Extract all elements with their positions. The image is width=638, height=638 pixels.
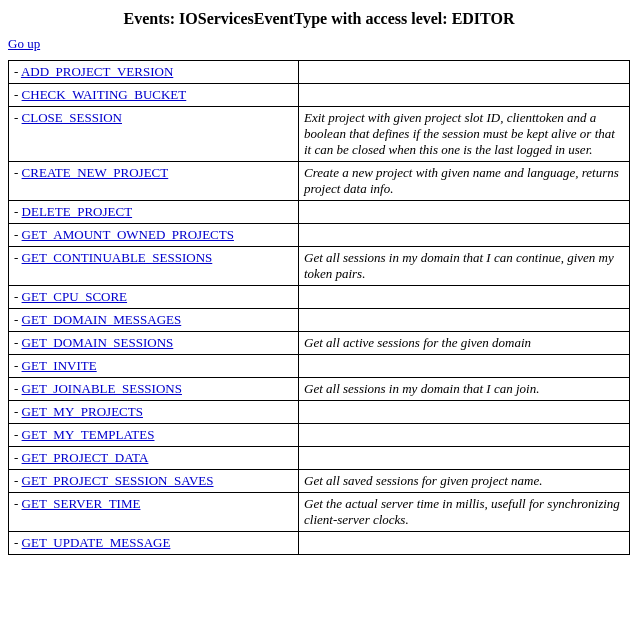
event-description-cell (299, 201, 630, 224)
event-description-cell: Exit project with given project slot ID,… (299, 107, 630, 162)
event-description-cell (299, 424, 630, 447)
event-link[interactable]: GET_DOMAIN_SESSIONS (22, 335, 174, 350)
event-link[interactable]: GET_CONTINUABLE_SESSIONS (22, 250, 213, 265)
table-row: - GET_SERVER_TIMEGet the actual server t… (9, 493, 630, 532)
event-description-cell (299, 286, 630, 309)
table-row: - GET_MY_PROJECTS (9, 401, 630, 424)
event-name-cell: - GET_CPU_SCORE (9, 286, 299, 309)
event-description-cell (299, 401, 630, 424)
table-row: - GET_DOMAIN_SESSIONSGet all active sess… (9, 332, 630, 355)
event-link[interactable]: CLOSE_SESSION (22, 110, 122, 125)
event-name-cell: - GET_UPDATE_MESSAGE (9, 532, 299, 555)
table-row: - GET_PROJECT_SESSION_SAVESGet all saved… (9, 470, 630, 493)
event-description-cell: Create a new project with given name and… (299, 162, 630, 201)
event-link[interactable]: GET_PROJECT_DATA (22, 450, 149, 465)
table-row: - ADD_PROJECT_VERSION (9, 61, 630, 84)
event-link[interactable]: GET_DOMAIN_MESSAGES (22, 312, 182, 327)
event-name-cell: - CLOSE_SESSION (9, 107, 299, 162)
table-row: - GET_DOMAIN_MESSAGES (9, 309, 630, 332)
event-name-cell: - GET_DOMAIN_SESSIONS (9, 332, 299, 355)
event-link[interactable]: DELETE_PROJECT (22, 204, 133, 219)
event-description-cell: Get all active sessions for the given do… (299, 332, 630, 355)
event-link[interactable]: GET_PROJECT_SESSION_SAVES (22, 473, 214, 488)
event-description-cell: Get all sessions in my domain that I can… (299, 378, 630, 401)
table-row: - GET_AMOUNT_OWNED_PROJECTS (9, 224, 630, 247)
event-link[interactable]: GET_JOINABLE_SESSIONS (22, 381, 182, 396)
event-name-cell: - GET_SERVER_TIME (9, 493, 299, 532)
event-description-cell: Get all sessions in my domain that I can… (299, 247, 630, 286)
event-name-cell: - ADD_PROJECT_VERSION (9, 61, 299, 84)
event-link[interactable]: GET_INVITE (22, 358, 97, 373)
table-row: - GET_CPU_SCORE (9, 286, 630, 309)
events-table: - ADD_PROJECT_VERSION- CHECK_WAITING_BUC… (8, 60, 630, 555)
event-link[interactable]: GET_CPU_SCORE (22, 289, 127, 304)
event-name-cell: - GET_CONTINUABLE_SESSIONS (9, 247, 299, 286)
event-link[interactable]: CHECK_WAITING_BUCKET (22, 87, 187, 102)
table-row: - GET_INVITE (9, 355, 630, 378)
event-name-cell: - GET_INVITE (9, 355, 299, 378)
event-name-cell: - GET_DOMAIN_MESSAGES (9, 309, 299, 332)
event-description-cell (299, 447, 630, 470)
event-description-cell: Get all saved sessions for given project… (299, 470, 630, 493)
event-link[interactable]: CREATE_NEW_PROJECT (22, 165, 169, 180)
table-row: - GET_UPDATE_MESSAGE (9, 532, 630, 555)
event-link[interactable]: GET_MY_PROJECTS (22, 404, 143, 419)
page-container: Events: IOServicesEventType with access … (0, 0, 638, 565)
event-name-cell: - CHECK_WAITING_BUCKET (9, 84, 299, 107)
table-row: - GET_JOINABLE_SESSIONSGet all sessions … (9, 378, 630, 401)
go-up-link[interactable]: Go up (8, 36, 40, 52)
event-link[interactable]: GET_SERVER_TIME (22, 496, 141, 511)
event-name-cell: - GET_PROJECT_DATA (9, 447, 299, 470)
table-row: - GET_MY_TEMPLATES (9, 424, 630, 447)
event-description-cell: Get the actual server time in millis, us… (299, 493, 630, 532)
event-name-cell: - CREATE_NEW_PROJECT (9, 162, 299, 201)
event-name-cell: - DELETE_PROJECT (9, 201, 299, 224)
event-description-cell (299, 532, 630, 555)
event-description-cell (299, 61, 630, 84)
event-name-cell: - GET_PROJECT_SESSION_SAVES (9, 470, 299, 493)
event-description-cell (299, 84, 630, 107)
event-description-cell (299, 309, 630, 332)
table-row: - GET_CONTINUABLE_SESSIONSGet all sessio… (9, 247, 630, 286)
event-description-cell (299, 355, 630, 378)
table-row: - DELETE_PROJECT (9, 201, 630, 224)
event-link[interactable]: GET_UPDATE_MESSAGE (22, 535, 171, 550)
event-name-cell: - GET_AMOUNT_OWNED_PROJECTS (9, 224, 299, 247)
page-title: Events: IOServicesEventType with access … (8, 10, 630, 28)
table-row: - CHECK_WAITING_BUCKET (9, 84, 630, 107)
event-description-cell (299, 224, 630, 247)
event-name-cell: - GET_MY_PROJECTS (9, 401, 299, 424)
event-link[interactable]: GET_MY_TEMPLATES (22, 427, 155, 442)
table-row: - CREATE_NEW_PROJECTCreate a new project… (9, 162, 630, 201)
table-row: - CLOSE_SESSIONExit project with given p… (9, 107, 630, 162)
event-name-cell: - GET_JOINABLE_SESSIONS (9, 378, 299, 401)
event-name-cell: - GET_MY_TEMPLATES (9, 424, 299, 447)
event-link[interactable]: GET_AMOUNT_OWNED_PROJECTS (22, 227, 234, 242)
event-link[interactable]: ADD_PROJECT_VERSION (21, 64, 173, 79)
table-row: - GET_PROJECT_DATA (9, 447, 630, 470)
